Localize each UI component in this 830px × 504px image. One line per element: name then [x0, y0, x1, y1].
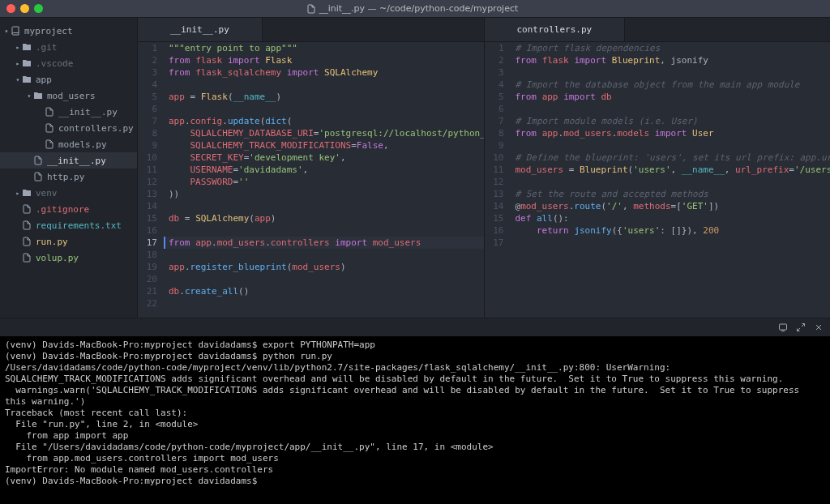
- new-terminal-icon[interactable]: [777, 321, 789, 334]
- folder-icon: [21, 41, 32, 53]
- line-gutter-left: 12345678910111213141516171819202122: [138, 42, 164, 318]
- tree-label: __init__.py: [58, 107, 118, 117]
- file-icon: [21, 252, 32, 263]
- folder-icon: [32, 90, 44, 101]
- tree-folder[interactable]: ▸.vscode: [0, 55, 137, 71]
- maximize-window-button[interactable]: [34, 4, 43, 13]
- close-terminal-icon[interactable]: [812, 321, 825, 334]
- minimize-window-button[interactable]: [20, 4, 29, 13]
- tree-label: .git: [36, 42, 58, 53]
- close-window-button[interactable]: [6, 4, 15, 13]
- chevron-down-icon: ▾: [26, 92, 32, 100]
- tree-label: venv: [36, 188, 58, 199]
- file-icon: [44, 139, 55, 150]
- svg-line-2: [802, 324, 805, 327]
- tree-file[interactable]: __init__.py: [0, 152, 137, 169]
- tree-label: requirements.txt: [36, 220, 122, 231]
- tree-folder[interactable]: ▸.git: [0, 39, 137, 55]
- tree-file[interactable]: controllers.py: [0, 120, 137, 136]
- editor-pane-left: __init__.py 1234567891011121314151617181…: [138, 18, 485, 318]
- line-gutter-right: 1234567891011121314151617: [485, 42, 511, 318]
- svg-line-3: [798, 328, 801, 331]
- code-right[interactable]: # Import flask dependenciesfrom flask im…: [511, 42, 831, 318]
- tab-bar-right: controllers.py: [485, 18, 831, 42]
- chevron-down-icon: ▾: [3, 28, 10, 35]
- folder-icon: [21, 58, 32, 69]
- tab-init[interactable]: __init__.py: [138, 18, 263, 41]
- window-title: __init__.py — ~/code/python-code/myproje…: [43, 3, 781, 14]
- file-icon: [21, 220, 32, 231]
- tab-bar-left: __init__.py: [138, 18, 484, 42]
- folder-icon: [21, 74, 32, 85]
- code-area-left[interactable]: 12345678910111213141516171819202122 """e…: [138, 42, 484, 318]
- tree-label: .vscode: [36, 58, 73, 69]
- tree-file[interactable]: models.py: [0, 136, 137, 152]
- document-icon: [306, 4, 316, 14]
- chevron-down-icon: ▾: [15, 76, 21, 83]
- file-icon: [21, 236, 32, 247]
- tree-label: .gitignore: [36, 204, 89, 215]
- code-left[interactable]: """entry point to app"""from flask impor…: [164, 42, 484, 318]
- file-icon: [44, 106, 55, 117]
- tree-label: models.py: [58, 139, 107, 150]
- tree-label: volup.py: [36, 253, 79, 263]
- file-explorer[interactable]: ▾ myproject ▸.git▸.vscode▾app▾mod_users_…: [0, 18, 138, 318]
- project-name: myproject: [24, 26, 73, 36]
- tree-file[interactable]: __init__.py: [0, 104, 137, 120]
- file-icon: [32, 155, 44, 166]
- book-icon: [10, 25, 21, 36]
- file-icon: [32, 171, 44, 182]
- tree-label: __init__.py: [47, 156, 106, 166]
- tree-folder[interactable]: ▾mod_users: [0, 88, 137, 104]
- project-root[interactable]: ▾ myproject: [0, 23, 137, 39]
- terminal-toolbar: [0, 318, 830, 336]
- tree-folder[interactable]: ▾app: [0, 71, 137, 88]
- tree-label: run.py: [36, 237, 68, 247]
- chevron-right-icon: ▸: [15, 60, 21, 67]
- tree-label: app: [36, 75, 52, 85]
- file-icon: [44, 122, 55, 134]
- editor-pane-right: controllers.py 1234567891011121314151617…: [485, 18, 831, 318]
- chevron-right-icon: ▸: [15, 44, 21, 51]
- terminal-output[interactable]: (venv) Davids-MacBook-Pro:myproject davi…: [0, 336, 830, 504]
- tree-folder[interactable]: ▸venv: [0, 185, 137, 201]
- folder-icon: [21, 187, 32, 199]
- editors-container: __init__.py 1234567891011121314151617181…: [138, 18, 830, 318]
- svg-rect-0: [780, 324, 787, 330]
- window-titlebar: __init__.py — ~/code/python-code/myproje…: [0, 0, 830, 18]
- tree-file[interactable]: requirements.txt: [0, 217, 137, 233]
- tree-file[interactable]: .gitignore: [0, 201, 137, 217]
- maximize-terminal-icon[interactable]: [794, 321, 807, 334]
- tree-label: controllers.py: [58, 123, 134, 134]
- tree-label: http.py: [47, 172, 84, 182]
- tree-label: mod_users: [47, 91, 96, 101]
- traffic-lights: [0, 4, 43, 13]
- file-icon: [21, 203, 32, 215]
- main-area: ▾ myproject ▸.git▸.vscode▾app▾mod_users_…: [0, 18, 830, 318]
- tree-file[interactable]: volup.py: [0, 250, 137, 266]
- tab-controllers[interactable]: controllers.py: [485, 18, 626, 41]
- chevron-right-icon: ▸: [15, 190, 21, 197]
- code-area-right[interactable]: 1234567891011121314151617 # Import flask…: [485, 42, 831, 318]
- tree-file[interactable]: http.py: [0, 169, 137, 185]
- terminal-panel: (venv) Davids-MacBook-Pro:myproject davi…: [0, 318, 830, 504]
- tree-file[interactable]: run.py: [0, 233, 137, 250]
